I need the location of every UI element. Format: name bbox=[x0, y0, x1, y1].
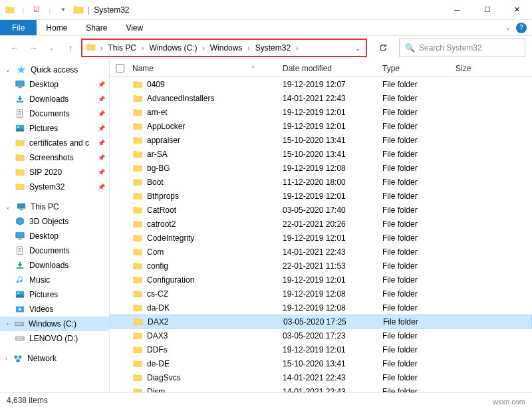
file-list: Name ⌃ Date modified Type Size 040919-12… bbox=[110, 60, 532, 392]
table-row[interactable]: AdvancedInstallers14-01-2021 22:43File f… bbox=[110, 91, 532, 105]
column-name[interactable]: Name ⌃ bbox=[130, 64, 283, 73]
table-row[interactable]: CodeIntegrity19-12-2019 12:01File folder bbox=[110, 231, 532, 245]
properties-icon[interactable]: ☑ bbox=[31, 4, 43, 16]
pin-icon: 📌 bbox=[98, 154, 105, 161]
forward-button[interactable]: → bbox=[25, 40, 41, 56]
expand-ribbon-icon[interactable]: ⌄ bbox=[505, 24, 511, 31]
nav-item[interactable]: System32📌 bbox=[0, 180, 109, 194]
table-row[interactable]: Boot11-12-2020 18:00File folder bbox=[110, 175, 532, 189]
nav-item[interactable]: LENOVO (D:) bbox=[0, 331, 109, 346]
file-name: cs-CZ bbox=[147, 289, 168, 299]
tab-share[interactable]: Share bbox=[76, 20, 116, 35]
nav-item-label: Downloads bbox=[29, 94, 68, 104]
nav-network[interactable]: › Network bbox=[0, 351, 109, 366]
breadcrumb[interactable]: › This PC › Windows (C:) › Windows › Sys… bbox=[81, 39, 367, 57]
folder-icon bbox=[132, 205, 143, 215]
table-row[interactable]: da-DK19-12-2019 12:08File folder bbox=[110, 301, 532, 315]
search-box[interactable]: 🔍 bbox=[399, 39, 525, 57]
chevron-right-icon[interactable]: › bbox=[294, 45, 300, 52]
chevron-right-icon[interactable]: › bbox=[140, 45, 146, 52]
nav-item-label: Documents bbox=[29, 246, 70, 255]
chevron-right-icon[interactable]: › bbox=[245, 45, 251, 52]
nav-item[interactable]: Downloads bbox=[0, 258, 109, 273]
column-type[interactable]: Type bbox=[382, 64, 456, 73]
table-row[interactable]: config22-01-2021 11:53File folder bbox=[110, 259, 532, 273]
chevron-right-icon[interactable]: › bbox=[98, 45, 104, 52]
quick-access-toolbar: | ☑ | ▼ bbox=[0, 4, 69, 16]
search-input[interactable] bbox=[419, 43, 519, 53]
svg-rect-8 bbox=[16, 233, 24, 238]
help-icon[interactable]: ? bbox=[516, 23, 527, 33]
nav-item[interactable]: Pictures bbox=[0, 287, 109, 302]
chevron-right-icon[interactable]: › bbox=[5, 355, 9, 362]
chevron-down-icon[interactable]: ⌄ bbox=[5, 67, 12, 73]
nav-quick-access[interactable]: ⌄Quick access bbox=[0, 63, 109, 77]
table-row[interactable]: DAX303-05-2020 17:23File folder bbox=[110, 329, 532, 342]
table-row[interactable]: DiagSvcs14-01-2021 22:43File folder bbox=[110, 370, 532, 384]
nav-item[interactable]: SIP 2020📌 bbox=[0, 165, 109, 180]
refresh-button[interactable] bbox=[374, 39, 392, 57]
table-row[interactable]: Configuration19-12-2019 12:01File folder bbox=[110, 273, 532, 287]
table-row[interactable]: catroot222-01-2021 20:26File folder bbox=[110, 217, 532, 231]
maximize-button[interactable]: ☐ bbox=[472, 0, 502, 20]
table-row[interactable]: cs-CZ19-12-2019 12:08File folder bbox=[110, 287, 532, 301]
breadcrumb-folder-icon bbox=[86, 43, 97, 53]
svg-point-16 bbox=[22, 323, 23, 325]
chevron-right-icon[interactable]: › bbox=[7, 321, 10, 327]
close-button[interactable]: ✕ bbox=[502, 0, 532, 20]
back-button[interactable]: ← bbox=[7, 40, 23, 56]
table-row[interactable]: Bthprops19-12-2019 12:01File folder bbox=[110, 189, 532, 203]
table-row[interactable]: Dism14-01-2021 22:43File folder bbox=[110, 384, 532, 392]
table-row[interactable]: bg-BG19-12-2019 12:08File folder bbox=[110, 161, 532, 175]
nav-item[interactable]: Music bbox=[0, 273, 109, 287]
chevron-down-icon[interactable]: ▼ bbox=[57, 4, 69, 16]
file-name: catroot2 bbox=[147, 219, 176, 229]
table-row[interactable]: AppLocker19-12-2019 12:01File folder bbox=[110, 119, 532, 133]
column-size[interactable]: Size bbox=[456, 64, 495, 73]
nav-item[interactable]: 3D Objects bbox=[0, 214, 109, 229]
nav-item[interactable]: Downloads📌 bbox=[0, 92, 109, 106]
table-row[interactable]: ar-SA15-10-2020 13:41File folder bbox=[110, 147, 532, 161]
table-row[interactable]: de-DE15-10-2020 13:41File folder bbox=[110, 356, 532, 370]
up-button[interactable]: ↑ bbox=[63, 40, 78, 56]
nav-item[interactable]: Documents📌 bbox=[0, 106, 109, 121]
breadcrumb-item[interactable]: Windows (C:) bbox=[147, 43, 199, 53]
breadcrumb-item[interactable]: Windows bbox=[208, 43, 245, 53]
nav-item[interactable]: Desktop📌 bbox=[0, 77, 109, 92]
file-tab[interactable]: File bbox=[0, 20, 37, 35]
nav-this-pc[interactable]: ⌄This PC bbox=[0, 200, 109, 214]
minimize-button[interactable]: ─ bbox=[442, 0, 472, 20]
breadcrumb-dropdown-icon[interactable]: ⌄ bbox=[355, 45, 362, 52]
folder-icon bbox=[132, 275, 143, 285]
tab-home[interactable]: Home bbox=[37, 20, 76, 35]
chevron-right-icon[interactable]: › bbox=[200, 45, 206, 52]
nav-item[interactable]: certificates and c📌 bbox=[0, 136, 109, 150]
breadcrumb-item[interactable]: This PC bbox=[106, 43, 138, 53]
table-row[interactable]: Com14-01-2021 22:43File folder bbox=[110, 245, 532, 259]
breadcrumb-item[interactable]: System32 bbox=[253, 43, 293, 53]
nav-item[interactable]: Documents bbox=[0, 243, 109, 258]
recent-chevron-icon[interactable]: ⌄ bbox=[44, 40, 60, 56]
nav-item[interactable]: Screenshots📌 bbox=[0, 150, 109, 165]
table-row[interactable]: DDFs19-12-2019 12:01File folder bbox=[110, 342, 532, 356]
tab-view[interactable]: View bbox=[116, 20, 152, 35]
file-type: File folder bbox=[382, 178, 456, 187]
nav-item[interactable]: Videos bbox=[0, 302, 109, 317]
file-rows[interactable]: 040919-12-2019 12:07File folderAdvancedI… bbox=[110, 77, 532, 392]
column-date[interactable]: Date modified bbox=[283, 64, 382, 73]
svg-point-18 bbox=[23, 338, 24, 339]
nav-item[interactable]: Desktop bbox=[0, 229, 109, 243]
select-all-checkbox[interactable] bbox=[110, 64, 130, 72]
file-type: File folder bbox=[383, 317, 456, 327]
sort-asc-icon: ⌃ bbox=[251, 65, 256, 72]
chevron-down-icon[interactable]: ⌄ bbox=[5, 204, 12, 210]
folder-icon bbox=[132, 261, 143, 271]
table-row[interactable]: appraiser15-10-2020 13:41File folder bbox=[110, 133, 532, 147]
folder-icon bbox=[15, 182, 25, 192]
table-row[interactable]: 040919-12-2019 12:07File folder bbox=[110, 77, 532, 91]
table-row[interactable]: CatRoot03-05-2020 17:40File folder bbox=[110, 203, 532, 217]
table-row[interactable]: DAX203-05-2020 17:25File folder bbox=[110, 315, 532, 329]
table-row[interactable]: am-et19-12-2019 12:01File folder bbox=[110, 105, 532, 119]
nav-item[interactable]: Pictures📌 bbox=[0, 121, 109, 136]
nav-item[interactable]: ›Windows (C:) bbox=[0, 317, 109, 331]
